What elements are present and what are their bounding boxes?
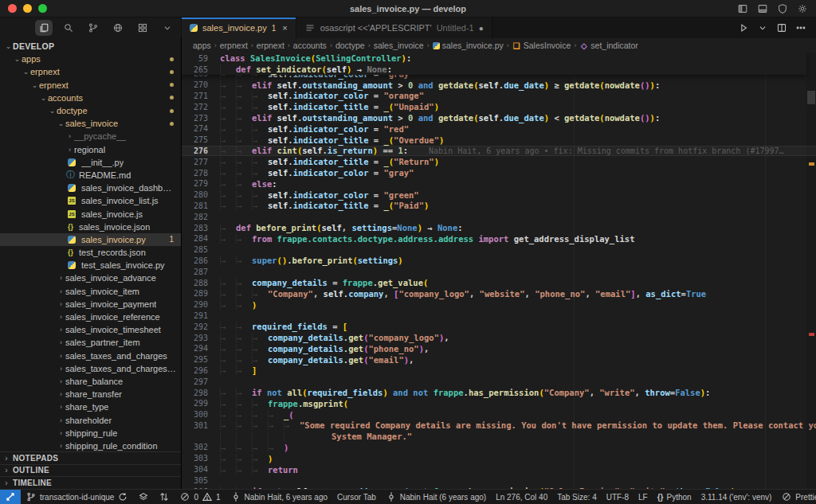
tree-item-share_transfer[interactable]: ›share_transfer xyxy=(0,388,181,400)
editor-scrollbar[interactable] xyxy=(806,53,816,489)
settings-gear-icon[interactable] xyxy=(796,2,808,14)
chevron-down-button[interactable] xyxy=(757,22,768,33)
tree-item-sales_partner_item[interactable]: ›sales_partner_item xyxy=(0,336,181,349)
code-line-282[interactable]: 282 xyxy=(182,211,816,222)
tree-item-shipping_rule[interactable]: ›shipping_rule xyxy=(0,427,181,440)
code-line-294[interactable]: 294→→→company_details.get("phone_no"), xyxy=(182,343,816,354)
status-cursor-tab[interactable]: Cursor Tab xyxy=(332,490,381,504)
code-line-288[interactable]: 288→→company_details = frappe.get_value( xyxy=(182,277,816,288)
tree-item-test_records.json[interactable]: {}test_records.json xyxy=(0,246,181,259)
breadcrumb-item-apps[interactable]: apps xyxy=(193,41,211,50)
status-prettier[interactable]: Prettier xyxy=(776,490,816,504)
code-line-274[interactable]: 274→→→self.indicator_color = "red" xyxy=(182,123,816,135)
code-line-279[interactable]: 279→→else: xyxy=(182,178,816,189)
tree-item-share_balance[interactable]: ›share_balance xyxy=(0,375,181,388)
run-button[interactable] xyxy=(738,22,749,33)
status-remote-indicator[interactable] xyxy=(0,490,21,504)
code-line-283[interactable]: 283→def before_print(self, settings=None… xyxy=(182,222,816,233)
code-line-301[interactable]: 301→→→→→"Some required Company details a… xyxy=(182,420,816,432)
code-line-278[interactable]: 278→→→self.indicator_color = "gray" xyxy=(182,167,816,178)
breadcrumb-item-sales_invoice.py[interactable]: sales_invoice.py xyxy=(433,41,504,50)
code-line-303[interactable]: 303→→→) xyxy=(182,453,816,464)
code-line-275[interactable]: 275→→→self.indicator_title = _("Overdue"… xyxy=(182,135,816,146)
tree-item-shareholder[interactable]: ›shareholder xyxy=(0,413,181,426)
editor-area[interactable]: apps›erpnext›erpnext›accounts›doctype›sa… xyxy=(182,38,816,489)
activity-search-button[interactable] xyxy=(60,20,77,36)
sidebar-section-timeline[interactable]: ›TIMELINE xyxy=(0,476,181,489)
tree-item-sales_taxes_and_charges_te…[interactable]: ›sales_taxes_and_charges_te… xyxy=(0,362,181,375)
code-line-306[interactable]: 306→→if not self.company_address and not… xyxy=(182,486,816,489)
tree-item-shipping_rule_condition[interactable]: ›shipping_rule_condition xyxy=(0,440,181,452)
breadcrumb-item-erpnext[interactable]: erpnext xyxy=(257,41,284,50)
status-tab-size-4[interactable]: Tab Size: 4 xyxy=(552,490,601,504)
tree-item-sales_invoice_reference[interactable]: ›sales_invoice_reference xyxy=(0,311,181,323)
shield-icon[interactable] xyxy=(776,2,788,14)
code-viewport[interactable]: 269→→→self.indicator_color = "gray"270→→… xyxy=(182,53,816,489)
code-line-281[interactable]: 281→→→self.indicator_title = _("Paid") xyxy=(182,201,816,212)
code-line-291[interactable]: 291 xyxy=(182,311,816,322)
tree-item-__init__.py[interactable]: __init__.py xyxy=(0,156,181,169)
status-utf-8[interactable]: UTF-8 xyxy=(602,490,634,504)
activity-views-chevron-button[interactable] xyxy=(159,20,176,36)
status-3-11-14-env-venv-[interactable]: 3.11.14 ('env': venv) xyxy=(696,490,777,504)
code-line-285[interactable]: 285 xyxy=(182,244,816,256)
tree-item-share_type[interactable]: ›share_type xyxy=(0,400,181,413)
minimize-window-button[interactable] xyxy=(23,4,32,13)
code-line-287[interactable]: 287 xyxy=(182,266,816,277)
tree-item-accounts[interactable]: ⌄accounts xyxy=(0,92,181,104)
status-0[interactable]: 01 xyxy=(175,490,225,504)
tree-item-doctype[interactable]: ⌄doctype xyxy=(0,104,181,117)
tree-item-erpnext[interactable]: ⌄erpnext xyxy=(0,79,181,92)
tree-item-sales_invoice_timesheet[interactable]: ›sales_invoice_timesheet xyxy=(0,323,181,336)
tree-item-sales_invoice.js[interactable]: JSsales_invoice.js xyxy=(0,207,181,220)
status-python[interactable]: {}Python xyxy=(653,490,696,504)
code-line-289[interactable]: 289→→→"Company", self.company, ["company… xyxy=(182,288,816,299)
code-line-297[interactable]: 297 xyxy=(182,376,816,387)
status-ln-276-col-40[interactable]: Ln 276, Col 40 xyxy=(491,490,552,504)
breadcrumb-item-erpnext[interactable]: erpnext xyxy=(220,41,248,50)
tree-item-sales_invoice.json[interactable]: {}sales_invoice.json xyxy=(0,221,181,233)
editor-tab-1[interactable]: sales_invoice.py1× xyxy=(182,18,296,38)
maximize-window-button[interactable] xyxy=(38,4,47,13)
toggle-sidebar-icon[interactable] xyxy=(736,2,748,14)
code-line-299[interactable]: 299→→→frappe.msgprint( xyxy=(182,398,816,409)
tree-item-README.md[interactable]: ⓘREADME.md xyxy=(0,169,181,182)
code-line-296[interactable]: 296→→] xyxy=(182,365,816,377)
code-line-270[interactable]: 270→→elif self.outstanding_amount > 0 an… xyxy=(182,80,816,91)
tree-header[interactable]: ⌄DEVELOP xyxy=(0,40,181,53)
code-line-284[interactable]: 284→→from frappe.contacts.doctype.addres… xyxy=(182,233,816,244)
code-line-305[interactable]: 305 xyxy=(182,475,816,486)
activity-explorer-button[interactable] xyxy=(35,20,53,36)
code-line-295[interactable]: 295→→→company_details.get("email"), xyxy=(182,354,816,365)
tree-item-__pycache__[interactable]: ›__pycache__ xyxy=(0,130,181,143)
code-line-286[interactable]: 286→→super().before_print(settings) xyxy=(182,256,816,267)
tree-item-regional[interactable]: ›regional xyxy=(0,143,181,156)
code-line-302[interactable]: 302→→→→) xyxy=(182,442,816,453)
code-line-272[interactable]: 272→→→self.indicator_title = _("Unpaid") xyxy=(182,101,816,112)
tree-item-sales_invoice_advance[interactable]: ›sales_invoice_advance xyxy=(0,272,181,284)
close-window-button[interactable] xyxy=(8,4,17,13)
activity-extensions-button[interactable] xyxy=(134,20,151,36)
sidebar-section-outline[interactable]: ›OUTLINE xyxy=(0,464,181,477)
code-line-300[interactable]: 300→→→→_( xyxy=(182,409,816,420)
code-line-276[interactable]: 276→→elif cint(self.is_return) == 1:Nabi… xyxy=(182,146,816,157)
status-icon-layers[interactable] xyxy=(133,490,154,504)
split-editor-button[interactable] xyxy=(776,22,787,33)
code-line-277[interactable]: 277→→→self.indicator_title = _("Return") xyxy=(182,156,816,167)
activity-source-control-button[interactable] xyxy=(84,20,102,36)
code-line-304[interactable]: 304→→→return xyxy=(182,464,816,475)
tree-item-sales_invoice[interactable]: ⌄sales_invoice xyxy=(0,117,181,130)
tree-item-sales_invoice_dashboard.py[interactable]: sales_invoice_dashboard.py xyxy=(0,182,181,194)
status-transaction-id-unique[interactable]: transaction-id-unique xyxy=(21,490,133,504)
status-nabin-hait-6-years-ago[interactable]: Nabin Hait, 6 years ago xyxy=(226,490,333,504)
code-line-290[interactable]: 290→→) xyxy=(182,299,816,311)
status-icon-compare[interactable] xyxy=(154,490,175,504)
tree-item-sales_invoice_payment[interactable]: ›sales_invoice_payment xyxy=(0,298,181,311)
code-line-271[interactable]: 271→→→self.indicator_color = "orange" xyxy=(182,91,816,102)
tree-item-apps[interactable]: ⌄apps xyxy=(0,53,181,65)
breadcrumb-item-accounts[interactable]: accounts xyxy=(293,41,327,50)
breadcrumb-item-sales_invoice[interactable]: sales_invoice xyxy=(374,41,424,50)
tree-item-sales_invoice.py[interactable]: sales_invoice.py1 xyxy=(0,233,181,246)
code-line-293[interactable]: 293→→→company_details.get("company_logo"… xyxy=(182,332,816,343)
scrollbar-thumb[interactable] xyxy=(807,91,815,104)
